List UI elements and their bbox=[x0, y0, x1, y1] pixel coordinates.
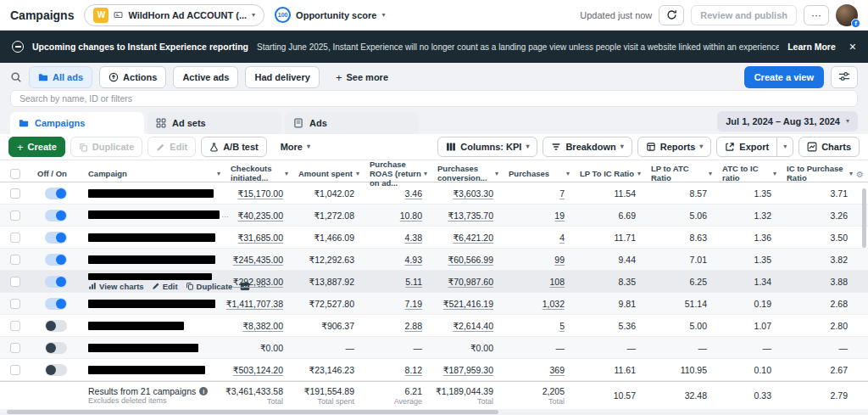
select-all-checkbox[interactable] bbox=[10, 169, 20, 179]
view-charts-button[interactable]: View charts bbox=[88, 282, 144, 291]
cell-value[interactable]: ₹292,983.00 bbox=[233, 277, 283, 287]
gear-icon[interactable]: ⚙ bbox=[856, 170, 864, 179]
columns-button[interactable]: Columns: KPI ▾ bbox=[437, 137, 537, 157]
cell-value[interactable]: ₹40,235.00 bbox=[238, 210, 283, 221]
cell-value[interactable]: ₹8,382.00 bbox=[242, 321, 283, 331]
campaign-name-redacted[interactable] bbox=[88, 189, 214, 198]
more-options-button[interactable]: ··· bbox=[804, 5, 829, 25]
create-a-view-button[interactable]: Create a view bbox=[744, 66, 824, 88]
create-button[interactable]: + Create bbox=[8, 137, 65, 157]
export-button[interactable]: Export bbox=[717, 137, 776, 156]
cell-value[interactable]: ₹245,435.00 bbox=[233, 255, 283, 265]
cell-value[interactable]: ₹1,411,707.38 bbox=[226, 299, 283, 309]
row-checkbox[interactable] bbox=[10, 210, 20, 221]
filter-pill-all-ads[interactable]: All ads bbox=[29, 66, 92, 88]
campaign-toggle[interactable] bbox=[45, 298, 67, 310]
cell-value[interactable]: ₹13,735.70 bbox=[448, 210, 493, 221]
vertical-scrollbar[interactable] bbox=[862, 188, 866, 248]
column-header-lp-atc[interactable]: LP to ATC Ratio▾ bbox=[644, 160, 715, 188]
row-checkbox[interactable] bbox=[10, 188, 20, 199]
duplicate-button[interactable]: Duplicate bbox=[70, 137, 143, 157]
refresh-button[interactable] bbox=[659, 5, 684, 25]
see-more-filters[interactable]: + See more bbox=[326, 66, 398, 88]
campaign-toggle[interactable] bbox=[45, 210, 67, 222]
cell-value[interactable]: ₹70,987.60 bbox=[448, 277, 493, 287]
filter-pill-actions[interactable]: Actions bbox=[99, 66, 166, 88]
row-checkbox[interactable] bbox=[10, 365, 20, 375]
info-icon[interactable]: i bbox=[199, 387, 208, 395]
column-header-campaign[interactable]: Campaign▾ bbox=[81, 160, 224, 188]
close-icon[interactable]: × bbox=[849, 41, 856, 53]
row-checkbox[interactable] bbox=[10, 277, 20, 287]
cell-value[interactable]: 2.88 bbox=[405, 321, 422, 331]
cell-value[interactable]: 369 bbox=[549, 365, 565, 375]
campaign-name-redacted[interactable] bbox=[88, 255, 215, 264]
column-header-toggle[interactable]: Off / On bbox=[31, 160, 81, 188]
reports-button[interactable]: Reports ▾ bbox=[637, 137, 712, 157]
row-checkbox[interactable] bbox=[10, 233, 20, 243]
search-input[interactable] bbox=[10, 90, 858, 107]
cell-value[interactable]: 108 bbox=[549, 277, 565, 287]
cell-value[interactable]: ₹6,421.20 bbox=[453, 233, 493, 243]
cell-value[interactable]: ₹60,566.99 bbox=[448, 255, 493, 265]
edit-button[interactable]: Edit bbox=[147, 137, 196, 157]
cell-value[interactable]: 4.38 bbox=[405, 233, 422, 243]
filter-pill-active-ads[interactable]: Active ads bbox=[173, 66, 238, 88]
user-avatar[interactable]: f bbox=[836, 4, 858, 26]
row-checkbox[interactable] bbox=[10, 255, 20, 265]
cell-value[interactable]: 99 bbox=[554, 255, 565, 265]
cell-value[interactable]: 7.19 bbox=[405, 299, 422, 309]
tab-ad-sets[interactable]: Ad sets bbox=[147, 112, 281, 134]
cell-value[interactable]: 4 bbox=[559, 233, 565, 243]
column-header-spent[interactable]: Amount spent▾ bbox=[292, 160, 363, 188]
column-header-purchases[interactable]: Purchases▾ bbox=[502, 160, 573, 188]
campaign-name-redacted[interactable] bbox=[88, 300, 215, 308]
tab-campaigns[interactable]: Campaigns bbox=[10, 112, 144, 134]
column-header-conv[interactable]: Purchases conversion...▾ bbox=[431, 160, 502, 188]
campaign-toggle[interactable] bbox=[45, 254, 67, 266]
campaign-toggle[interactable] bbox=[45, 188, 67, 199]
cell-value[interactable]: 8.12 bbox=[405, 365, 422, 375]
ab-test-button[interactable]: A/B test bbox=[201, 137, 267, 157]
column-header-lp-ic[interactable]: LP To IC Ratio▾ bbox=[573, 160, 644, 188]
row-checkbox[interactable] bbox=[10, 343, 20, 353]
campaign-name-redacted[interactable] bbox=[88, 322, 184, 330]
cell-value[interactable]: ₹15,170.00 bbox=[238, 188, 283, 199]
horizontal-scrollbar-thumb[interactable] bbox=[7, 410, 498, 414]
cell-value[interactable]: 19 bbox=[554, 210, 565, 221]
campaign-name-redacted[interactable] bbox=[88, 210, 220, 219]
cell-value[interactable]: ₹31,685.00 bbox=[238, 233, 283, 243]
row-checkbox[interactable] bbox=[10, 299, 20, 309]
search-icon[interactable] bbox=[10, 71, 22, 83]
cell-value[interactable]: 7 bbox=[559, 188, 565, 199]
breakdown-button[interactable]: Breakdown ▾ bbox=[542, 137, 632, 157]
campaign-name-redacted[interactable] bbox=[88, 344, 198, 352]
export-dropdown-button[interactable]: ▾ bbox=[776, 137, 793, 156]
column-header-ic-purchase[interactable]: IC to Purchase Ratio▾ bbox=[780, 160, 856, 188]
campaign-toggle[interactable] bbox=[45, 342, 67, 354]
opportunity-score[interactable]: 100 Opportunity score ▾ bbox=[275, 7, 385, 23]
view-settings-button[interactable] bbox=[831, 66, 858, 88]
cell-value[interactable]: ₹503,124.20 bbox=[233, 365, 283, 375]
column-header-checkouts[interactable]: Checkouts initiated...▾ bbox=[224, 160, 292, 188]
date-range-selector[interactable]: Jul 1, 2024 – Aug 31, 2024 ▾ bbox=[717, 111, 858, 132]
column-header-roas[interactable]: Purchase ROAS (return on ad...▾ bbox=[363, 160, 431, 188]
column-header-atc-ic[interactable]: ATC to IC ratio▾ bbox=[715, 160, 780, 188]
filter-pill-had-delivery[interactable]: Had delivery bbox=[245, 66, 319, 88]
campaign-toggle[interactable] bbox=[45, 276, 67, 288]
cell-value[interactable]: 5 bbox=[559, 321, 565, 331]
cell-value[interactable]: ₹521,416.19 bbox=[443, 299, 493, 309]
cell-value[interactable]: ₹2,614.40 bbox=[453, 321, 493, 331]
campaign-name-redacted[interactable] bbox=[88, 273, 212, 280]
charts-button[interactable]: Charts bbox=[798, 137, 860, 157]
ad-account-selector[interactable]: W WildHorn Ad ACCOUNT (... ▾ bbox=[84, 4, 264, 26]
cell-value[interactable]: 1,032 bbox=[542, 299, 565, 309]
learn-more-link[interactable]: Learn More bbox=[787, 42, 836, 52]
cell-value[interactable]: ₹3,603.30 bbox=[453, 188, 493, 199]
more-button[interactable]: More ▾ bbox=[272, 137, 319, 157]
cell-value[interactable]: ₹187,959.30 bbox=[443, 365, 493, 375]
edit-row-button[interactable]: Edit bbox=[152, 282, 178, 291]
cell-value[interactable]: 4.93 bbox=[405, 255, 422, 265]
cell-value[interactable]: 10.80 bbox=[400, 210, 422, 221]
campaign-name-redacted[interactable] bbox=[88, 366, 205, 374]
